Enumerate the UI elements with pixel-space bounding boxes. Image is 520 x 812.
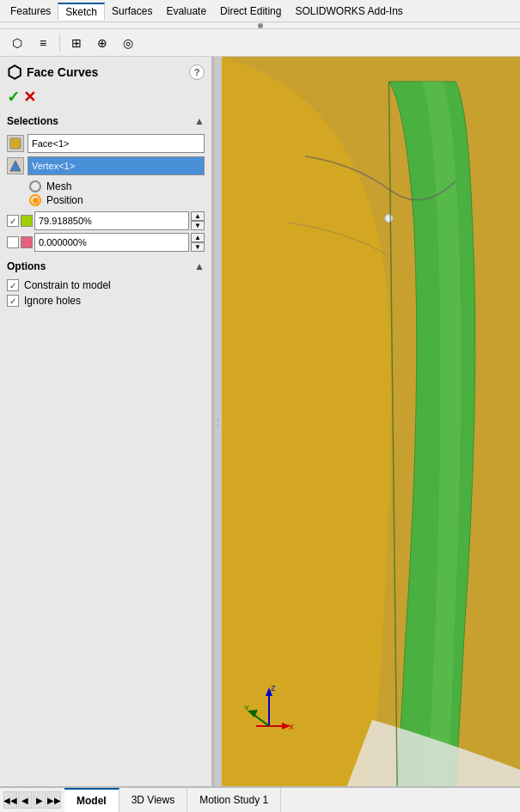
spinner-down-1[interactable]: ▼ <box>191 221 205 230</box>
face-curves-btn[interactable]: ⬡ <box>5 32 29 54</box>
menu-surfaces[interactable]: Surfaces <box>105 3 159 19</box>
num-checkbox-2[interactable] <box>7 236 19 248</box>
face-selection-row <box>7 134 205 153</box>
toolbar-dot <box>258 23 263 28</box>
face-input[interactable] <box>28 134 205 153</box>
tab-model[interactable]: Model <box>64 788 119 812</box>
menu-sketch[interactable]: Sketch <box>58 3 105 20</box>
panel-resize-handle[interactable]: ⋮ <box>213 57 222 786</box>
vertex-selection-row <box>7 156 205 175</box>
accept-button[interactable]: ✓ <box>7 88 20 107</box>
menu-addins[interactable]: SOLIDWORKS Add-Ins <box>288 3 409 19</box>
selections-label: Selections <box>7 115 58 127</box>
lines-btn[interactable]: ≡ <box>31 32 55 54</box>
menu-features[interactable]: Features <box>3 3 58 19</box>
spinner-up-2[interactable]: ▲ <box>191 233 205 242</box>
mesh-label: Mesh <box>46 180 71 192</box>
toolbar-dot-row <box>0 22 520 29</box>
ignore-holes-checkbox[interactable] <box>7 295 19 307</box>
menu-direct-editing[interactable]: Direct Editing <box>213 3 288 19</box>
panel-title-row: ⬡ Face Curves ? <box>7 62 205 82</box>
svg-marker-1 <box>10 161 21 171</box>
ignore-holes-row: Ignore holes <box>7 295 205 307</box>
num-input-2[interactable] <box>34 233 189 252</box>
tab-motion-study[interactable]: Motion Study 1 <box>187 788 281 812</box>
toolbar-separator-1 <box>59 34 60 52</box>
spinner-down-2[interactable]: ▼ <box>191 242 205 252</box>
crosshair-btn[interactable]: ⊕ <box>90 32 114 54</box>
constrain-label: Constrain to model <box>24 279 111 291</box>
options-arrow[interactable]: ▲ <box>194 260 205 272</box>
radio-group: Mesh Position <box>29 180 205 206</box>
main-layout: ⬡ Face Curves ? ✓ ✕ Selections ▲ <box>0 57 520 786</box>
coordinate-triad: Z X Y <box>239 679 299 739</box>
toolbar: ⬡ ≡ ⊞ ⊕ ◎ <box>0 29 520 57</box>
spinner-1: ▲ ▼ <box>191 211 205 230</box>
spinner-up-1[interactable]: ▲ <box>191 211 205 221</box>
face-curves-panel: ⬡ Face Curves ? ✓ ✕ Selections ▲ <box>0 57 211 315</box>
tab-nav-last[interactable]: ▶▶ <box>47 791 61 809</box>
grid-btn[interactable]: ⊞ <box>64 32 89 54</box>
position-radio-row: Position <box>29 194 205 206</box>
constrain-checkbox[interactable] <box>7 279 19 291</box>
num-input-row-2: ▲ ▼ <box>7 233 205 252</box>
face-icon <box>7 135 24 152</box>
options-section: Options ▲ Constrain to model Ignore hole… <box>7 260 205 307</box>
vertex-icon <box>7 157 24 174</box>
bottom-tabs: ◀◀ ◀ ▶ ▶▶ Model 3D Views Motion Study 1 <box>0 786 520 812</box>
num-input-1[interactable] <box>34 211 189 230</box>
svg-text:X: X <box>289 723 294 731</box>
position-label: Position <box>46 194 83 206</box>
selections-header: Selections ▲ <box>7 115 205 129</box>
viewport[interactable]: ▶ ⬡ RGR Blended_Corner_& (... <box>222 57 520 786</box>
panel-title: Face Curves <box>27 65 98 79</box>
face-curves-icon: ⬡ <box>7 62 21 82</box>
left-panel: ⬡ Face Curves ? ✓ ✕ Selections ▲ <box>0 57 213 786</box>
svg-text:Y: Y <box>244 704 249 712</box>
ignore-holes-label: Ignore holes <box>24 295 81 307</box>
cancel-button[interactable]: ✕ <box>23 88 36 107</box>
svg-rect-0 <box>10 138 21 149</box>
tab-nav-buttons: ◀◀ ◀ ▶ ▶▶ <box>0 788 64 812</box>
menu-evaluate[interactable]: Evaluate <box>159 3 213 19</box>
tab-3dviews[interactable]: 3D Views <box>119 788 187 812</box>
options-header: Options ▲ <box>7 260 205 274</box>
position-radio[interactable] <box>29 194 41 206</box>
color-indicator-1 <box>21 215 33 227</box>
mesh-btn[interactable]: ◎ <box>116 32 140 54</box>
svg-text:Z: Z <box>271 684 276 693</box>
vertex-input[interactable] <box>28 156 205 175</box>
3d-scene <box>222 57 520 786</box>
constrain-row: Constrain to model <box>7 279 205 291</box>
help-button[interactable]: ? <box>189 64 205 80</box>
menu-bar: Features Sketch Surfaces Evaluate Direct… <box>0 0 520 22</box>
num-checkbox-1[interactable] <box>7 215 19 227</box>
options-label: Options <box>7 260 46 272</box>
selections-arrow[interactable]: ▲ <box>194 115 205 127</box>
mesh-radio[interactable] <box>29 180 41 192</box>
spinner-2: ▲ ▼ <box>191 233 205 252</box>
tab-nav-next[interactable]: ▶ <box>33 791 46 809</box>
action-buttons: ✓ ✕ <box>7 88 205 107</box>
tab-nav-prev[interactable]: ◀ <box>18 791 32 809</box>
tab-nav-first[interactable]: ◀◀ <box>3 791 17 809</box>
color-indicator-2 <box>21 236 33 248</box>
num-input-row-1: ▲ ▼ <box>7 211 205 230</box>
mesh-radio-row: Mesh <box>29 180 205 192</box>
